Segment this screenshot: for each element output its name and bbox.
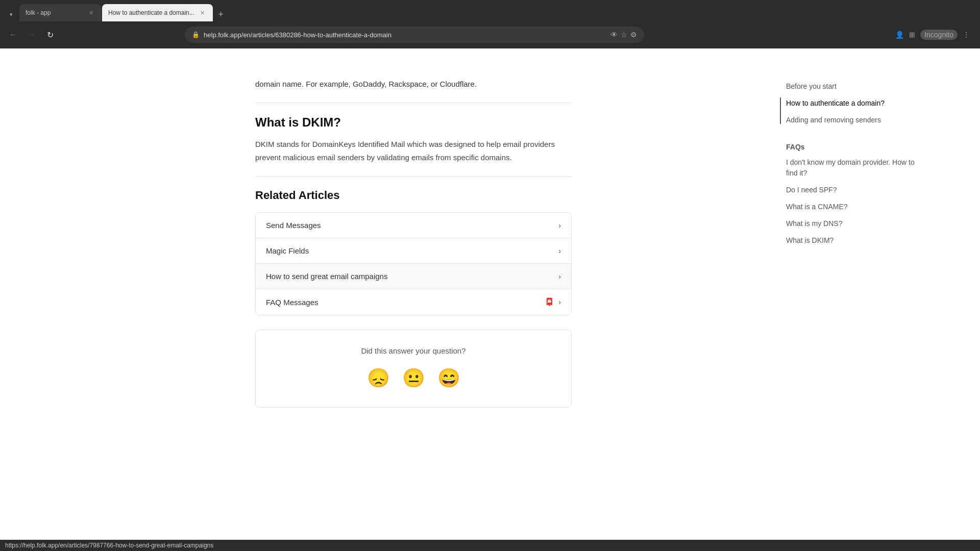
browser-right-icons: 👤 ⊞ Incognito ⋮: [895, 30, 974, 40]
faqs-label: FAQs: [786, 143, 919, 151]
tab-authenticate-domain-title: How to authenticate a domain...: [108, 9, 194, 16]
tab-folk-app-title: folk - app: [26, 9, 83, 16]
related-item-faq-messages-text: FAQ Messages: [266, 298, 543, 307]
sidebar-item-spf[interactable]: Do I need SPF?: [786, 182, 919, 198]
page-content: domain name. For example, GoDaddy, Racks…: [0, 48, 980, 551]
tab-folk-app[interactable]: folk - app ✕: [19, 4, 101, 21]
incognito-badge: Incognito: [920, 30, 958, 40]
section-divider: [255, 103, 572, 103]
tab-bar: ▾ folk - app ✕ How to authenticate a dom…: [0, 0, 980, 21]
related-item-send-messages-arrow: ›: [558, 221, 561, 230]
sidebar-item-how-to-authenticate[interactable]: How to authenticate a domain?: [786, 95, 919, 112]
domain-intro-text: domain name. For example, GoDaddy, Racks…: [255, 78, 572, 90]
sidebar-active-bar: [780, 97, 781, 124]
menu-icon[interactable]: ⋮: [963, 31, 970, 39]
related-heading: Related Articles: [255, 189, 572, 202]
feedback-sad-emoji[interactable]: 😞: [365, 365, 392, 391]
address-text: help.folk.app/en/articles/6380286-how-to…: [204, 31, 606, 39]
feedback-box: Did this answer your question? 😞 😐 😄: [255, 330, 572, 408]
lock-icon: 🔒: [192, 31, 200, 38]
article-area: domain name. For example, GoDaddy, Racks…: [0, 63, 612, 551]
feedback-emojis: 😞 😐 😄: [276, 365, 551, 391]
new-tab-button[interactable]: +: [214, 7, 228, 21]
related-item-faq-messages-emoji: 📮: [545, 297, 554, 307]
feedback-neutral-emoji[interactable]: 😐: [400, 365, 427, 391]
sidebar-item-adding-removing[interactable]: Adding and removing senders: [786, 112, 919, 129]
feedback-question: Did this answer your question?: [276, 346, 551, 355]
related-divider: [255, 176, 572, 177]
related-item-faq-messages-arrow: ›: [558, 298, 561, 306]
extensions-icon[interactable]: ⚙: [630, 31, 637, 39]
sidebar-item-dkim[interactable]: What is DKIM?: [786, 232, 919, 249]
browser-chrome: ▾ folk - app ✕ How to authenticate a dom…: [0, 0, 980, 48]
address-bar-icons: 👁 ☆ ⚙: [610, 31, 637, 39]
sidebar-item-my-dns[interactable]: What is my DNS?: [786, 215, 919, 232]
sidebar-item-before-you-start[interactable]: Before you start: [786, 78, 919, 95]
related-item-how-to-send-text: How to send great email campaigns: [266, 272, 554, 281]
sidebar-item-cname[interactable]: What is a CNAME?: [786, 198, 919, 215]
back-button[interactable]: ←: [6, 28, 20, 42]
tab-dropdown-button[interactable]: ▾: [4, 7, 18, 21]
tab-authenticate-domain[interactable]: How to authenticate a domain... ✕: [102, 4, 213, 21]
star-icon[interactable]: ☆: [621, 31, 627, 39]
profile-icon[interactable]: 👤: [895, 31, 904, 39]
feedback-happy-emoji[interactable]: 😄: [435, 365, 462, 391]
sidebar-item-domain-provider[interactable]: I don't know my domain provider. How to …: [786, 154, 919, 182]
address-bar[interactable]: 🔒 help.folk.app/en/articles/6380286-how-…: [185, 27, 644, 43]
dkim-body: DKIM stands for DomainKeys Identified Ma…: [255, 138, 572, 164]
tab-authenticate-domain-close[interactable]: ✕: [199, 9, 207, 17]
dkim-heading: What is DKIM?: [255, 115, 572, 130]
related-item-magic-fields-text: Magic Fields: [266, 246, 554, 255]
related-item-magic-fields[interactable]: Magic Fields ›: [256, 238, 571, 264]
related-item-faq-messages[interactable]: FAQ Messages 📮 ›: [256, 289, 571, 315]
related-item-how-to-send[interactable]: How to send great email campaigns ›: [256, 264, 571, 289]
forward-button[interactable]: →: [24, 28, 39, 42]
sidebar: Before you start How to authenticate a d…: [776, 63, 929, 264]
status-bar: https://help.folk.app/en/articles/798776…: [0, 540, 980, 551]
related-item-how-to-send-arrow: ›: [558, 272, 561, 281]
article-content: domain name. For example, GoDaddy, Racks…: [235, 63, 592, 428]
status-url: https://help.folk.app/en/articles/798776…: [5, 542, 213, 549]
layout-icon[interactable]: ⊞: [909, 31, 915, 39]
eye-slash-icon: 👁: [610, 31, 618, 39]
related-item-send-messages-text: Send Messages: [266, 221, 554, 230]
tab-folk-app-close[interactable]: ✕: [87, 9, 95, 17]
address-bar-row: ← → ↻ 🔒 help.folk.app/en/articles/638028…: [0, 21, 980, 48]
related-item-magic-fields-arrow: ›: [558, 247, 561, 255]
related-articles-box: Send Messages › Magic Fields › How to se…: [255, 212, 572, 315]
refresh-button[interactable]: ↻: [43, 28, 57, 42]
related-item-send-messages[interactable]: Send Messages ›: [256, 213, 571, 238]
